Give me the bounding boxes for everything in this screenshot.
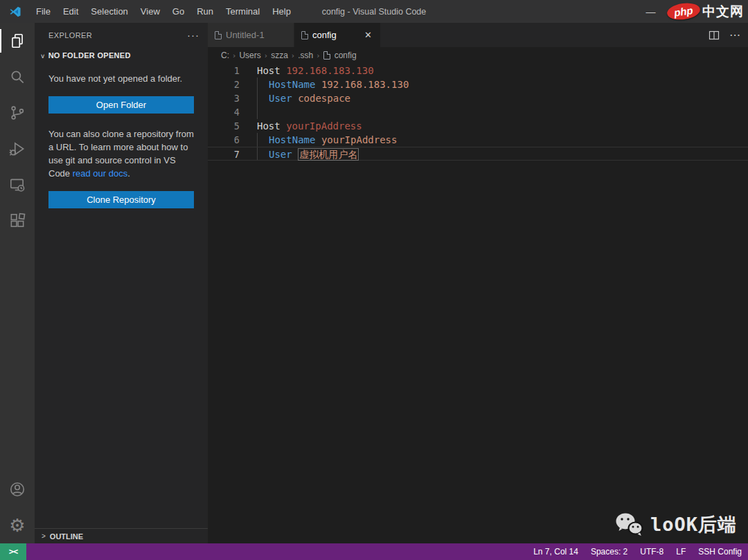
breadcrumb-item[interactable]: C: <box>220 51 231 60</box>
file-icon <box>215 31 222 39</box>
watermark-text: loOK后端 <box>650 512 737 537</box>
search-icon[interactable] <box>0 59 35 95</box>
code-line-4[interactable]: 4 <box>208 105 748 119</box>
tab-config[interactable]: config ✕ <box>294 23 381 47</box>
line-text: User 虚拟机用户名 <box>257 147 359 160</box>
code-token: User <box>269 93 292 104</box>
outline-section-header[interactable]: > OUTLINE <box>35 528 208 543</box>
file-icon <box>323 51 330 60</box>
outline-label: OUTLINE <box>50 532 83 541</box>
breadcrumb-item[interactable]: Users <box>238 51 262 60</box>
remote-indicator[interactable]: >< <box>0 543 26 560</box>
tab-untitled-1[interactable]: Untitled-1 <box>208 23 294 47</box>
line-number: 1 <box>208 64 257 78</box>
menu-edit[interactable]: Edit <box>57 6 84 17</box>
code-token <box>280 120 286 132</box>
menu-view[interactable]: View <box>134 6 166 17</box>
code-token: HostName <box>269 79 315 90</box>
status-item-ln-7-col-14[interactable]: Ln 7, Col 14 <box>527 543 585 560</box>
tab-bar: Untitled-1 config ✕ ⋯ <box>208 23 748 47</box>
editor-actions: ⋯ <box>709 23 741 47</box>
line-text: Host 192.168.183.130 <box>257 64 374 78</box>
menu-file[interactable]: File <box>30 6 57 17</box>
code-lines: 1Host 192.168.183.1302HostName 192.168.1… <box>208 64 748 161</box>
tab-label: config <box>312 30 337 40</box>
editor-group: Untitled-1 config ✕ ⋯ C:›Users›szza›.s <box>208 23 748 543</box>
menu-terminal[interactable]: Terminal <box>220 6 266 17</box>
close-tab-icon[interactable]: ✕ <box>363 30 373 40</box>
line-number: 6 <box>208 133 257 147</box>
run-and-debug-icon[interactable] <box>0 131 35 167</box>
chevron-right-icon: > <box>42 532 46 540</box>
no-folder-section-header[interactable]: ∨ NO FOLDER OPENED <box>35 47 208 64</box>
more-actions-icon[interactable]: ⋯ <box>729 33 741 38</box>
code-line-3[interactable]: 3User codespace <box>208 91 748 105</box>
sidebar-more-actions-icon[interactable]: ··· <box>187 32 199 39</box>
line-text: HostName yourIpAddress <box>257 133 397 147</box>
line-number: 7 <box>208 147 257 160</box>
remote-explorer-icon[interactable] <box>0 167 35 203</box>
status-item-utf-8[interactable]: UTF-8 <box>634 543 670 560</box>
status-bar: >< Ln 7, Col 14Spaces: 2UTF-8LFSSH Confi… <box>0 543 748 560</box>
breadcrumb-item[interactable]: .ssh <box>296 51 314 60</box>
code-line-5[interactable]: 5Host yourIpAddress <box>208 119 748 133</box>
clone-text-period: . <box>127 168 130 179</box>
extensions-icon[interactable] <box>0 203 35 239</box>
section-label: NO FOLDER OPENED <box>48 51 131 60</box>
code-line-2[interactable]: 2HostName 192.168.183.130 <box>208 78 748 91</box>
code-editor[interactable]: 1Host 192.168.183.1302HostName 192.168.1… <box>208 64 748 543</box>
php-cn-watermark: 中文网 <box>702 3 744 21</box>
menu-run[interactable]: Run <box>190 6 220 17</box>
breadcrumb-item[interactable]: szza <box>269 51 290 60</box>
activity-bar: ⚙ <box>0 23 35 543</box>
line-number: 4 <box>208 105 257 119</box>
code-token <box>292 93 298 104</box>
menu-help[interactable]: Help <box>266 6 297 17</box>
code-token: HostName <box>269 134 315 145</box>
code-token: User <box>269 149 292 160</box>
menubar: FileEditSelectionViewGoRunTerminalHelp <box>30 0 297 23</box>
breadcrumb-item[interactable]: config <box>333 51 358 60</box>
sidebar-title: EXPLORER <box>48 31 92 39</box>
titlebar: FileEditSelectionViewGoRunTerminalHelp c… <box>0 0 748 23</box>
vscode-window: FileEditSelectionViewGoRunTerminalHelp c… <box>0 0 748 560</box>
chevron-right-icon: › <box>290 51 296 60</box>
menu-go[interactable]: Go <box>166 6 190 17</box>
status-item-lf[interactable]: LF <box>670 543 692 560</box>
code-line-1[interactable]: 1Host 192.168.183.130 <box>208 64 748 78</box>
code-token: 虚拟机用户名 <box>298 148 359 161</box>
split-editor-icon[interactable] <box>709 30 720 41</box>
account-icon[interactable] <box>0 471 35 507</box>
code-token: yourIpAddress <box>286 120 362 132</box>
line-number: 5 <box>208 119 257 133</box>
read-our-docs-link[interactable]: read our docs <box>73 168 128 179</box>
explorer-icon[interactable] <box>0 23 35 59</box>
chevron-down-icon: ∨ <box>40 52 46 59</box>
wechat-icon <box>614 512 645 538</box>
open-folder-button[interactable]: Open Folder <box>48 96 194 114</box>
file-icon <box>301 31 308 39</box>
activity-bar-bottom: ⚙ <box>0 471 35 543</box>
php-logo: php <box>666 1 700 21</box>
workbench: ⚙ EXPLORER ··· ∨ NO FOLDER OPENED You ha… <box>0 23 748 543</box>
code-line-7[interactable]: 7User 虚拟机用户名 <box>208 147 748 161</box>
line-text: Host yourIpAddress <box>257 119 362 133</box>
breadcrumb: C:›Users›szza›.ssh›config <box>208 47 748 64</box>
menu-selection[interactable]: Selection <box>84 6 134 17</box>
code-token <box>292 149 298 160</box>
chevron-right-icon: › <box>262 51 269 60</box>
wechat-watermark: loOK后端 <box>614 512 737 538</box>
code-line-6[interactable]: 6HostName yourIpAddress <box>208 133 748 147</box>
source-control-icon[interactable] <box>0 95 35 131</box>
status-item-ssh-config[interactable]: SSH Config <box>692 543 748 560</box>
status-item-spaces-2[interactable]: Spaces: 2 <box>585 543 634 560</box>
code-token: yourIpAddress <box>321 134 398 145</box>
vscode-logo-icon <box>9 6 21 18</box>
settings-gear-icon[interactable]: ⚙ <box>0 507 35 543</box>
line-number: 2 <box>208 78 257 91</box>
chevron-right-icon: › <box>231 51 238 60</box>
clone-repository-button[interactable]: Clone Repository <box>48 191 194 208</box>
code-token: Host <box>257 120 280 132</box>
clone-help-text: You can also clone a repository from a U… <box>48 127 194 180</box>
minimize-button[interactable]: — <box>635 6 667 17</box>
